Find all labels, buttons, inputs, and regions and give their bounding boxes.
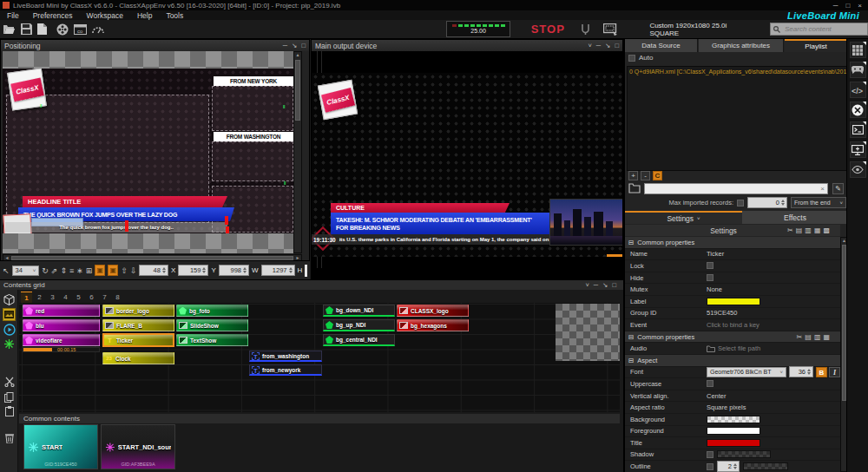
drag-handle[interactable] xyxy=(125,220,128,232)
copy-icon[interactable]: ▤ xyxy=(805,333,812,341)
toggle-safe-area-button[interactable]: ▣ xyxy=(95,265,105,276)
max-records-input[interactable]: 0 xyxy=(747,197,787,208)
maximize-panel-icon[interactable]: □ xyxy=(615,42,619,49)
bold-button[interactable]: B xyxy=(816,367,827,377)
chevron-down-icon[interactable]: ˅ xyxy=(585,281,589,289)
maximize-panel-icon[interactable]: □ xyxy=(301,42,306,49)
lock-checkbox[interactable] xyxy=(707,262,713,269)
refresh-button[interactable]: C xyxy=(653,171,662,180)
console-button[interactable]: co xyxy=(74,24,87,35)
grid-item-red[interactable]: red xyxy=(23,305,100,317)
grid-item-flare-b[interactable]: FLARE_B xyxy=(102,319,174,331)
tab-settings[interactable]: Settings ˅ xyxy=(625,211,742,224)
section-common-properties-2[interactable]: ⊟ Common properties ✂ ▤ ▥ ▦ xyxy=(625,331,840,344)
media-library-button[interactable] xyxy=(56,23,69,36)
common-card-start[interactable]: START GID:519CE450 xyxy=(23,424,98,469)
maximize-panel-icon[interactable]: □ xyxy=(612,281,616,289)
play-content-icon[interactable] xyxy=(3,323,16,336)
grid-tab-2[interactable]: 2 xyxy=(34,292,45,302)
edit-pencil-icon[interactable]: ✎ xyxy=(832,183,844,194)
grid-tab-7[interactable]: 7 xyxy=(99,292,110,302)
save-preset-icon[interactable]: ▦ xyxy=(814,226,821,234)
align-top-icon[interactable]: ⇧ xyxy=(121,266,128,275)
uppercase-checkbox[interactable] xyxy=(707,380,713,387)
drag-handle[interactable] xyxy=(225,216,228,225)
scrollbar-thumb[interactable] xyxy=(11,256,293,260)
grid-item-bg-central-ndi[interactable]: bg_central_NDI xyxy=(323,334,395,346)
add-entry-button[interactable]: + xyxy=(628,171,638,180)
grid-tab-5[interactable]: 5 xyxy=(73,292,84,302)
monitor-settings-icon[interactable] xyxy=(850,141,866,158)
outline-size-input[interactable]: 2 xyxy=(717,461,740,472)
eye-icon[interactable] xyxy=(850,161,866,178)
remove-entry-button[interactable]: - xyxy=(641,171,650,180)
close-output-icon[interactable] xyxy=(850,102,866,118)
title-swatch[interactable] xyxy=(707,439,760,447)
grid-item-bg-down-ndi[interactable]: bg_down_NDI xyxy=(323,305,395,317)
paste-icon[interactable]: ▥ xyxy=(814,333,821,341)
images-tab-icon[interactable] xyxy=(3,308,16,321)
trash-icon[interactable] xyxy=(3,431,16,444)
grid-item-slideshow[interactable]: SlideShow xyxy=(176,319,248,331)
copy-content-icon[interactable] xyxy=(3,390,16,403)
background-swatch[interactable] xyxy=(707,416,760,423)
resize-icon[interactable]: ⇕ xyxy=(60,266,67,275)
grid-item-from-washington[interactable]: Tfrom_washington xyxy=(249,351,322,362)
audio-path-value[interactable]: Select file path xyxy=(718,344,760,352)
clear-input-icon[interactable]: × xyxy=(818,185,827,193)
tab-effects[interactable]: Effects xyxy=(742,211,848,224)
mutex-value[interactable]: None xyxy=(707,285,722,293)
shadow-swatch[interactable] xyxy=(717,450,771,458)
scrollbar-thumb[interactable] xyxy=(295,60,300,121)
grid-item-ticker-selected[interactable]: TTicker xyxy=(102,333,174,347)
popout-panel-icon[interactable]: ↘ xyxy=(605,42,610,49)
browse-folder-icon[interactable] xyxy=(628,183,641,193)
from-newyork-label[interactable]: FROM NEW YORK xyxy=(214,76,293,86)
order-select[interactable]: From the end ˅ xyxy=(791,197,846,208)
outline-swatch[interactable] xyxy=(743,462,788,470)
collapse-icon[interactable]: ⊟ xyxy=(628,333,634,341)
grid-item-clock[interactable]: 23Clock xyxy=(102,352,174,364)
grid-tab-3[interactable]: 3 xyxy=(47,292,58,302)
menu-file[interactable]: File xyxy=(0,11,26,20)
menu-help[interactable]: Help xyxy=(130,11,159,20)
popout-panel-icon[interactable]: ↘ xyxy=(292,42,297,49)
minimize-panel-icon[interactable]: ─ xyxy=(283,42,287,49)
grid-item-from-newyork[interactable]: Tfrom_newyork xyxy=(249,364,322,376)
grid-item-blu[interactable]: blu xyxy=(23,319,100,331)
common-card-start-ndi[interactable]: START_NDI_sour... GID:AF3BEE9A xyxy=(101,424,175,469)
tab-playlist[interactable]: Playlist xyxy=(785,39,848,52)
section-common-properties[interactable]: ⊟ Common properties xyxy=(625,237,840,249)
gamepad-icon[interactable] xyxy=(850,62,866,78)
save-preset-icon[interactable]: ▦ xyxy=(823,333,830,341)
minimize-panel-icon[interactable]: ─ xyxy=(596,42,601,49)
from-washington-label[interactable]: FROM WASHINGTON xyxy=(214,132,293,141)
align-bottom-icon[interactable]: ⇩ xyxy=(130,266,137,275)
name-value[interactable]: Ticker xyxy=(707,250,724,258)
font-select[interactable]: Geometr706 BlkCn BT ˅ xyxy=(707,367,786,377)
positioning-canvas[interactable]: ClassX FROM NEW YORK FROM WASHINGTON HEA… xyxy=(3,69,293,233)
vertical-scrollbar[interactable]: ▲ xyxy=(293,51,302,253)
scroll-up-icon[interactable]: ▲ xyxy=(294,52,301,58)
cut-content-icon[interactable] xyxy=(3,375,16,388)
screen-capture-icon[interactable] xyxy=(603,23,618,36)
filter-input[interactable] xyxy=(645,184,818,193)
italic-button[interactable]: I xyxy=(829,367,840,377)
cut-icon[interactable]: ✂ xyxy=(797,333,803,341)
y-input[interactable]: 998 xyxy=(219,265,249,276)
effects-star-icon[interactable] xyxy=(3,338,16,351)
grid-item-bg-hexagons[interactable]: bg_hexagons xyxy=(397,319,469,331)
grid-item-bg-foto[interactable]: bg_foto xyxy=(176,305,248,317)
ratio-value[interactable]: Square pixels xyxy=(707,403,746,411)
outline-checkbox[interactable] xyxy=(707,463,713,470)
h-input[interactable] xyxy=(305,265,307,277)
audio-monitor-icon[interactable] xyxy=(579,23,592,36)
section-aspect[interactable]: ⊟ Aspect xyxy=(625,355,840,367)
grid-item-bg-up-ndi[interactable]: bg_up_NDI xyxy=(323,319,395,331)
toggle-guides-button[interactable]: ▣ xyxy=(108,265,118,276)
scene-cube-icon[interactable] xyxy=(3,293,16,306)
event-bind-value[interactable]: Click to bind a key xyxy=(707,321,760,329)
tab-data-source[interactable]: Data Source xyxy=(625,39,698,52)
grid-tab-1[interactable]: 1 xyxy=(21,292,32,303)
popout-panel-icon[interactable]: ↘ xyxy=(602,281,608,289)
